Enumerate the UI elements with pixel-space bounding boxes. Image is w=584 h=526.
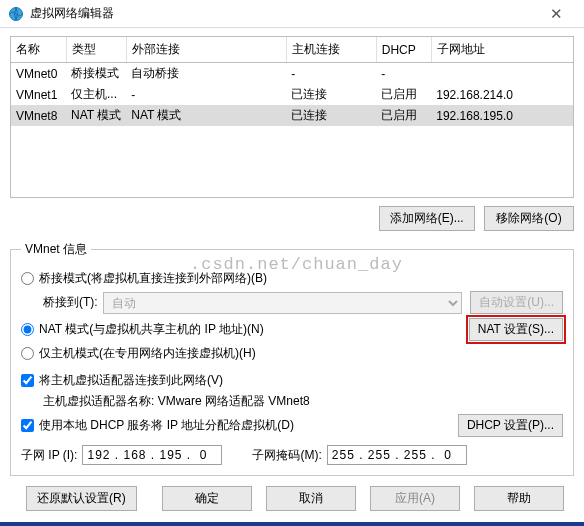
table-cell: 已连接 — [286, 84, 376, 105]
table-cell: 仅主机... — [66, 84, 126, 105]
table-cell: 已连接 — [286, 105, 376, 126]
host-adapter-name: 主机虚拟适配器名称: VMware 网络适配器 VMnet8 — [43, 393, 310, 410]
hostonly-radio[interactable] — [21, 347, 34, 360]
column-header[interactable]: 外部连接 — [126, 37, 286, 63]
subnet-ip-input[interactable] — [82, 445, 222, 465]
table-row[interactable]: VMnet8NAT 模式NAT 模式已连接已启用192.168.195.0 — [11, 105, 573, 126]
table-cell: VMnet1 — [11, 84, 66, 105]
restore-defaults-button[interactable]: 还原默认设置(R) — [26, 486, 137, 511]
network-table[interactable]: 名称类型外部连接主机连接DHCP子网地址 VMnet0桥接模式自动桥接--VMn… — [11, 37, 573, 126]
table-cell — [431, 63, 573, 85]
column-header[interactable]: 类型 — [66, 37, 126, 63]
table-cell: - — [376, 63, 431, 85]
nat-label: NAT 模式(与虚拟机共享主机的 IP 地址)(N) — [39, 321, 264, 338]
globe-icon — [8, 6, 24, 22]
window-title: 虚拟网络编辑器 — [30, 5, 536, 22]
network-table-wrap: 名称类型外部连接主机连接DHCP子网地址 VMnet0桥接模式自动桥接--VMn… — [10, 36, 574, 126]
table-cell: NAT 模式 — [66, 105, 126, 126]
table-cell: VMnet0 — [11, 63, 66, 85]
table-cell: 已启用 — [376, 105, 431, 126]
bridged-to-label: 桥接到(T): — [43, 294, 98, 311]
table-cell: - — [126, 84, 286, 105]
column-header[interactable]: 名称 — [11, 37, 66, 63]
table-cell: 192.168.214.0 — [431, 84, 573, 105]
bridged-select: 自动 — [103, 292, 463, 314]
table-cell: 自动桥接 — [126, 63, 286, 85]
title-bar: 虚拟网络编辑器 ✕ — [0, 0, 584, 28]
ok-button[interactable]: 确定 — [162, 486, 252, 511]
nat-radio[interactable] — [21, 323, 34, 336]
help-button[interactable]: 帮助 — [474, 486, 564, 511]
apply-button[interactable]: 应用(A) — [370, 486, 460, 511]
table-cell: NAT 模式 — [126, 105, 286, 126]
table-cell: - — [286, 63, 376, 85]
connect-host-label: 将主机虚拟适配器连接到此网络(V) — [39, 372, 223, 389]
column-header[interactable]: 主机连接 — [286, 37, 376, 63]
remove-network-button[interactable]: 移除网络(O) — [484, 206, 574, 231]
column-header[interactable]: 子网地址 — [431, 37, 573, 63]
hostonly-label: 仅主机模式(在专用网络内连接虚拟机)(H) — [39, 345, 256, 362]
table-row[interactable]: VMnet1仅主机...-已连接已启用192.168.214.0 — [11, 84, 573, 105]
bridged-radio[interactable] — [21, 272, 34, 285]
subnet-ip-label: 子网 IP (I): — [21, 447, 77, 464]
table-cell: 192.168.195.0 — [431, 105, 573, 126]
auto-settings-button[interactable]: 自动设置(U)... — [470, 291, 563, 314]
table-cell: 已启用 — [376, 84, 431, 105]
close-icon[interactable]: ✕ — [536, 5, 576, 23]
add-network-button[interactable]: 添加网络(E)... — [379, 206, 475, 231]
column-header[interactable]: DHCP — [376, 37, 431, 63]
subnet-mask-label: 子网掩码(M): — [252, 447, 321, 464]
vmnet-info-group: VMnet 信息 桥接模式(将虚拟机直接连接到外部网络)(B) 桥接到(T): … — [10, 241, 574, 476]
table-cell: 桥接模式 — [66, 63, 126, 85]
subnet-mask-input[interactable] — [327, 445, 467, 465]
vmnet-legend: VMnet 信息 — [21, 241, 91, 258]
table-row[interactable]: VMnet0桥接模式自动桥接-- — [11, 63, 573, 85]
table-cell: VMnet8 — [11, 105, 66, 126]
dhcp-settings-button[interactable]: DHCP 设置(P)... — [458, 414, 563, 437]
connect-host-checkbox[interactable] — [21, 374, 34, 387]
dhcp-checkbox[interactable] — [21, 419, 34, 432]
cancel-button[interactable]: 取消 — [266, 486, 356, 511]
table-spacer — [10, 126, 574, 198]
nat-settings-button[interactable]: NAT 设置(S)... — [469, 318, 563, 341]
bridged-label: 桥接模式(将虚拟机直接连接到外部网络)(B) — [39, 270, 267, 287]
bottom-accent-bar — [0, 522, 584, 526]
dhcp-label: 使用本地 DHCP 服务将 IP 地址分配给虚拟机(D) — [39, 417, 294, 434]
